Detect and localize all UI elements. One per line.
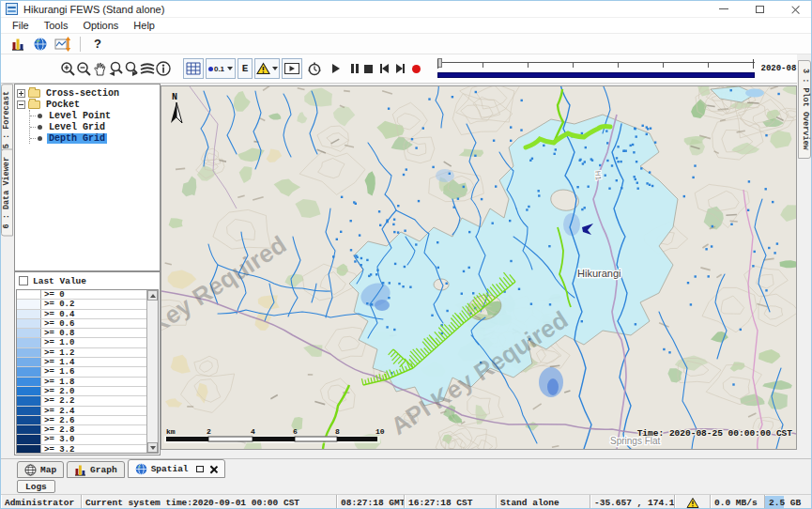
collapse-icon[interactable] (17, 100, 25, 109)
legend-row[interactable]: >= 2.2 (17, 396, 158, 406)
logs-button[interactable]: Logs (17, 480, 55, 493)
label-h1-road: H1 (593, 170, 603, 181)
legend-row[interactable]: >= 3.2 (17, 445, 158, 454)
tree-node-level-point[interactable]: Level Point (30, 110, 158, 121)
zoom-out-button[interactable] (75, 58, 91, 79)
menu-file[interactable]: File (6, 19, 36, 32)
point-size-dropdown[interactable]: 0.1 (206, 58, 236, 79)
layer-bullet-icon (38, 125, 42, 130)
tab-spatial-label: Spatial (151, 464, 189, 474)
play-button[interactable] (329, 60, 343, 77)
legend-row[interactable]: >= 0.8 (17, 329, 158, 338)
zoom-previous-button[interactable] (107, 58, 123, 79)
north-label: N (172, 92, 177, 102)
tab-map[interactable]: Map (17, 461, 64, 478)
tree-node-label[interactable]: Level Grid (47, 122, 107, 132)
map-canvas[interactable]: API Key Required API Key Required Hikura… (161, 86, 796, 449)
grid-display-button[interactable] (183, 58, 204, 79)
pause-button[interactable] (345, 60, 359, 77)
legend-row[interactable]: >= 2.6 (17, 416, 158, 425)
legend-row-label: >= 3.0 (41, 435, 158, 443)
legend-row[interactable]: >= 1.0 (17, 338, 158, 347)
legend-row[interactable]: >= 0.6 (17, 319, 158, 329)
legend-row[interactable]: >= 2.8 (17, 425, 158, 435)
zoom-next-button[interactable] (123, 58, 139, 79)
legend-row[interactable]: >= 1.2 (17, 348, 158, 358)
legend-row[interactable]: >= 2.4 (17, 407, 158, 416)
legend-row[interactable]: >= 3.0 (17, 435, 158, 444)
legend-row[interactable]: >= 2.0 (17, 387, 158, 396)
scale-tick-label: 6 (293, 427, 298, 436)
legend-scrollbar[interactable] (146, 290, 158, 453)
legend-row-label: >= 3.2 (41, 445, 158, 454)
legend-panel: Last Value >= 0>= 0.2>= 0.4>= 0.6>= 0.8>… (14, 271, 161, 455)
profile-editor-icon[interactable] (52, 35, 74, 54)
time-slider[interactable] (437, 57, 755, 80)
skip-to-end-button[interactable] (393, 60, 406, 77)
maximize-button[interactable] (742, 1, 777, 17)
legend-row[interactable]: >= 1.4 (17, 358, 158, 367)
tab-spatial[interactable]: Spatial (128, 459, 225, 478)
tree-node-level-grid[interactable]: Level Grid (30, 121, 158, 132)
layer-bullet-icon (38, 136, 42, 141)
panel-maximize-icon[interactable] (196, 466, 204, 472)
sidebar-tab-forecast[interactable]: 5 : Forecast (1, 84, 13, 156)
legend-row[interactable]: >= 0.4 (17, 310, 158, 319)
layers-button[interactable] (139, 58, 155, 79)
tree-node-label[interactable]: Pocket (44, 100, 82, 110)
animation-timer-button[interactable] (306, 58, 322, 79)
help-button[interactable]: ? (86, 37, 109, 51)
view-tab-bar: Map Graph Spatial (1, 458, 812, 478)
tree-node-depth-grid[interactable]: Depth Grid (30, 132, 158, 144)
maximize-icon (756, 6, 764, 13)
bar-chart-icon (74, 464, 86, 476)
pan-hand-button[interactable] (91, 58, 107, 79)
play-icon (332, 64, 340, 73)
menu-tools[interactable]: Tools (38, 19, 75, 32)
legend-row[interactable]: >= 0 (17, 290, 158, 300)
tree-node-pocket[interactable]: Pocket (17, 99, 158, 110)
tab-graph[interactable]: Graph (67, 461, 125, 478)
tree-node-label[interactable]: Cross-section (44, 88, 121, 99)
close-button[interactable] (777, 1, 812, 17)
tree-node-label-selected[interactable]: Depth Grid (47, 133, 107, 144)
info-button[interactable] (155, 58, 171, 79)
menu-bar: File Tools Options Help (1, 18, 812, 34)
record-button[interactable] (409, 60, 422, 77)
spatial-map[interactable]: API Key Required API Key Required Hikura… (161, 85, 797, 450)
animation-button[interactable] (282, 58, 302, 79)
last-value-label: Last Value (33, 276, 86, 286)
skip-to-start-button[interactable] (377, 60, 391, 77)
thresholds-warning-dropdown[interactable] (254, 58, 280, 79)
expand-icon[interactable] (17, 89, 25, 98)
legend-toggle-button[interactable]: E (237, 58, 253, 79)
legend-row-label: >= 1.2 (41, 348, 158, 357)
tab-map-label: Map (40, 465, 56, 475)
status-mode: Stand alone (497, 495, 590, 509)
zoom-in-button[interactable] (59, 58, 75, 79)
menu-help[interactable]: Help (127, 19, 161, 32)
legend-color-swatch (17, 329, 41, 337)
time-tick (437, 59, 439, 69)
legend-row-label: >= 1.4 (41, 358, 158, 366)
scroll-up-icon[interactable] (147, 290, 158, 301)
layer-bullet-icon (38, 114, 42, 118)
database-bars-icon[interactable] (7, 35, 29, 54)
sidebar-tab-plot-overview[interactable]: 3 : Plot Overview (798, 60, 811, 159)
legend-row[interactable]: >= 1.8 (17, 378, 158, 387)
tree-node-cross-section[interactable]: Cross-section (17, 87, 158, 99)
tree-node-label[interactable]: Level Point (47, 111, 113, 121)
legend-row[interactable]: >= 0.2 (17, 300, 158, 309)
map-globe-icon[interactable] (29, 35, 52, 54)
last-value-checkbox[interactable] (19, 276, 28, 285)
panel-close-icon[interactable] (209, 465, 218, 473)
sidebar-tab-data-viewer[interactable]: 6 : Data Viewer (1, 149, 13, 237)
legend-row[interactable]: >= 1.6 (17, 367, 158, 377)
scale-tick-label: 8 (335, 427, 340, 436)
minimize-button[interactable] (706, 1, 742, 17)
stop-button[interactable] (361, 60, 375, 77)
point-icon (208, 67, 213, 71)
folder-icon (28, 100, 40, 109)
scroll-down-icon[interactable] (147, 442, 158, 453)
menu-options[interactable]: Options (76, 19, 125, 32)
